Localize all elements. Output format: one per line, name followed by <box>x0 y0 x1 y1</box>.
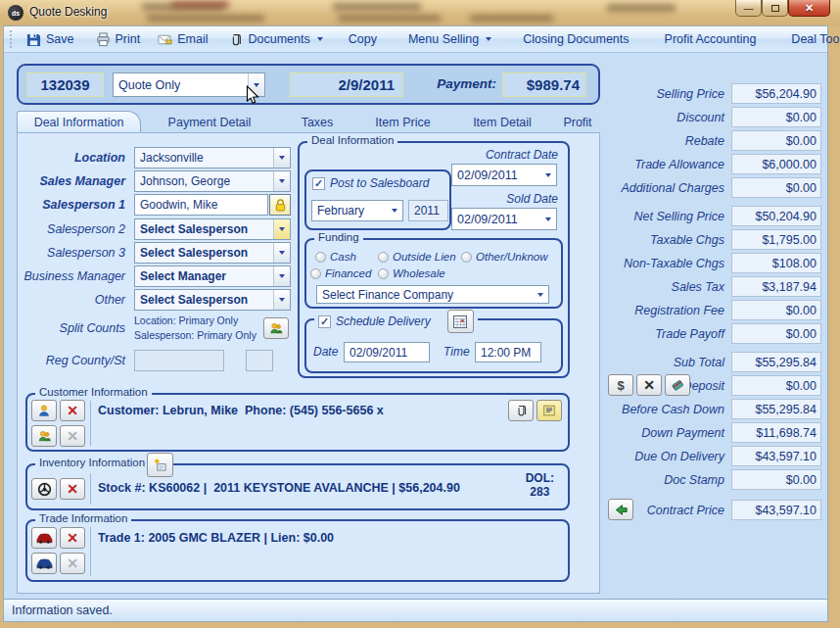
minimize-button[interactable]: — <box>735 0 762 17</box>
location-dropdown[interactable]: Jacksonville <box>134 147 291 169</box>
inventory-select-button[interactable] <box>31 478 57 500</box>
salesperson1-field[interactable]: Goodwin, Mike <box>134 194 268 216</box>
trade-payoff-value[interactable]: $0.00 <box>731 323 821 344</box>
additional-charges-value[interactable]: $0.00 <box>731 177 821 198</box>
customer-documents-button[interactable] <box>508 400 534 421</box>
tab-item-price[interactable]: Item Price <box>356 111 449 133</box>
cobuyer-remove-button[interactable]: ✕ <box>60 425 85 447</box>
salesperson1-lock-button[interactable] <box>269 194 291 216</box>
finance-company-dropdown-button[interactable] <box>532 286 548 303</box>
quote-number-field[interactable]: 132039 <box>26 72 104 97</box>
contract-date-dropdown-button[interactable] <box>539 165 556 185</box>
trade1-remove-button[interactable]: ✕ <box>60 527 85 549</box>
other-dropdown[interactable]: Select Salesperson <box>134 289 291 311</box>
remove-x-icon: ✕ <box>67 481 78 497</box>
customer-notes-button[interactable] <box>537 400 562 421</box>
funding-wholesale-radio[interactable]: Wholesale <box>378 267 445 279</box>
salesperson3-dropdown[interactable]: Select Salesperson <box>134 242 291 264</box>
taxable-chgs-value[interactable]: $1,795.00 <box>731 229 821 250</box>
radio-icon <box>315 252 326 263</box>
print-button[interactable]: Print <box>87 29 150 50</box>
tab-deal-information[interactable]: Deal Information <box>17 111 141 133</box>
deal-date-field[interactable]: 2/9/2011 <box>290 72 403 97</box>
sold-date-dropdown-button[interactable] <box>539 209 556 229</box>
status-message: Information saved. <box>12 604 113 617</box>
tab-taxes[interactable]: Taxes <box>278 111 356 133</box>
salesperson2-dropdown[interactable]: Select Salesperson <box>134 218 291 240</box>
discount-value[interactable]: $0.00 <box>731 107 821 127</box>
month-dropdown-button[interactable] <box>386 201 402 220</box>
tab-profit[interactable]: Profit <box>555 111 600 133</box>
divider <box>90 473 91 505</box>
finance-company-dropdown[interactable]: Select Finance Company <box>316 285 549 304</box>
quote-desking-window: Save Print Email Documents Copy Menu Sel <box>3 25 828 622</box>
reg-state-field[interactable] <box>246 350 273 371</box>
business-manager-dropdown[interactable]: Select Manager <box>134 266 291 287</box>
documents-button[interactable]: Documents <box>220 29 331 50</box>
delivery-date-field[interactable]: 02/09/2011 <box>344 342 430 362</box>
rebate-value[interactable]: $0.00 <box>731 130 821 151</box>
business-manager-dropdown-button[interactable] <box>273 266 290 286</box>
menu-selling-button[interactable]: Menu Selling <box>399 29 500 49</box>
registration-fee-value[interactable]: $0.00 <box>731 300 821 320</box>
non-taxable-chgs-value[interactable]: $108.00 <box>731 253 821 273</box>
trade1-select-button[interactable] <box>31 527 57 549</box>
reg-county-field[interactable] <box>134 350 224 371</box>
split-counts-button[interactable] <box>263 317 289 339</box>
sold-date-dropdown[interactable]: 02/09/2011 <box>451 208 557 230</box>
close-button[interactable]: ✕ <box>788 0 830 17</box>
other-dropdown-button[interactable] <box>273 290 290 310</box>
deposit-remove-button[interactable]: ✕ <box>636 374 662 396</box>
month-dropdown[interactable]: February <box>311 200 403 221</box>
doc-stamp-value[interactable]: $0.00 <box>731 469 821 490</box>
trade-allowance-value[interactable]: $6,000.00 <box>731 154 821 174</box>
maximize-button[interactable] <box>762 0 788 17</box>
selling-price-value[interactable]: $56,204.90 <box>731 83 821 104</box>
contract-price-transfer-button[interactable] <box>608 499 633 520</box>
post-to-salesboard-checkbox[interactable]: ✓ <box>312 177 325 190</box>
deal-type-dropdown[interactable]: Quote Only <box>113 72 265 97</box>
copy-button[interactable]: Copy <box>340 29 386 49</box>
salesperson3-dropdown-button[interactable] <box>273 243 290 263</box>
sales-tax-value[interactable]: $3,187.94 <box>731 276 821 297</box>
radio-icon <box>378 252 389 263</box>
customer-select-button[interactable] <box>31 400 57 421</box>
delivery-time-field[interactable]: 12:00 PM <box>475 342 541 362</box>
sales-manager-dropdown[interactable]: Johnson, George <box>134 170 291 192</box>
location-dropdown-button[interactable] <box>273 148 290 168</box>
funding-cash-radio[interactable]: Cash <box>315 251 356 263</box>
down-payment-label: Down Payment <box>606 426 731 440</box>
tab-item-detail[interactable]: Item Detail <box>449 111 555 133</box>
trade2-remove-button[interactable]: ✕ <box>60 553 85 574</box>
trade2-select-button[interactable] <box>31 553 57 574</box>
tab-payment-detail[interactable]: Payment Detail <box>141 111 278 133</box>
deposit-card-button[interactable] <box>665 374 690 396</box>
sales-manager-label: Sales Manager <box>23 174 134 188</box>
dropdown-caret-icon <box>317 37 323 41</box>
customer-remove-button[interactable]: ✕ <box>60 400 85 421</box>
inventory-add-button[interactable] <box>147 453 173 477</box>
before-cash-down-value: $55,295.84 <box>731 399 821 419</box>
schedule-calendar-button[interactable] <box>447 310 474 333</box>
contract-date-dropdown[interactable]: 02/09/2011 <box>451 164 557 186</box>
other-label: Other <box>23 293 134 307</box>
save-button[interactable]: Save <box>18 29 83 50</box>
salesperson2-dropdown-button[interactable] <box>273 219 290 239</box>
email-button[interactable]: Email <box>149 29 216 50</box>
funding-financed-radio[interactable]: Financed <box>310 267 371 279</box>
schedule-delivery-checkbox[interactable]: ✓ <box>318 315 331 328</box>
cobuyer-select-button[interactable] <box>31 425 57 447</box>
deposit-value[interactable]: $0.00 <box>731 375 821 396</box>
payment-label: Payment: <box>410 76 496 91</box>
sales-manager-dropdown-button[interactable] <box>273 171 290 191</box>
deposit-cash-button[interactable]: $ <box>608 374 633 396</box>
deal-tools-button[interactable]: Deal Tools <box>782 29 840 49</box>
year-field[interactable]: 2011 <box>408 200 448 221</box>
profit-accounting-button[interactable]: Profit Accounting <box>656 29 766 49</box>
closing-documents-button[interactable]: Closing Documents <box>514 29 637 49</box>
credit-card-icon <box>671 378 684 392</box>
funding-other-unknown-radio[interactable]: Other/Unknow <box>461 251 548 263</box>
inventory-remove-button[interactable]: ✕ <box>60 478 85 500</box>
funding-outside-lien-radio[interactable]: Outside Lien <box>378 251 456 263</box>
down-payment-value[interactable]: $11,698.74 <box>731 422 821 443</box>
